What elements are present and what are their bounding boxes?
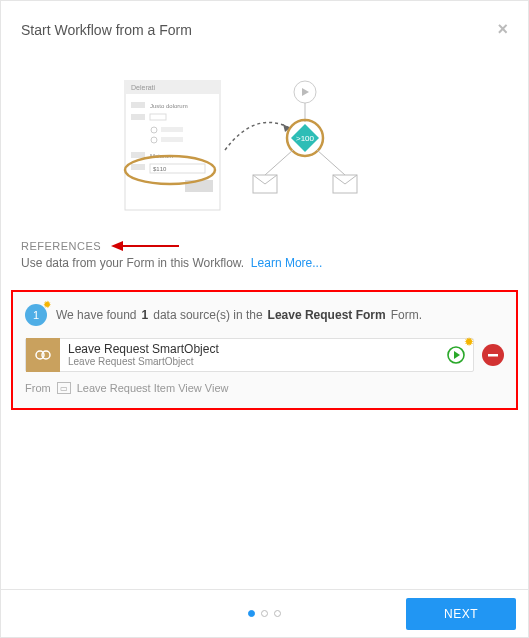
view-icon: ▭	[57, 382, 71, 394]
references-description: Use data from your Form in this Workflow…	[21, 256, 508, 270]
svg-rect-9	[161, 137, 183, 142]
svg-marker-29	[111, 241, 123, 251]
found-summary: 1 We have found 1 data source(s) in the …	[25, 304, 504, 326]
source-origin: From ▭ Leave Request Item View View	[25, 382, 504, 394]
next-button[interactable]: NEXT	[406, 598, 516, 630]
form-mock-title: Delerati	[131, 84, 156, 91]
svg-rect-4	[131, 114, 145, 120]
svg-rect-2	[131, 102, 145, 108]
wizard-footer: NEXT	[1, 589, 528, 637]
svg-rect-34	[488, 354, 498, 357]
pager-dot[interactable]	[248, 610, 255, 617]
references-heading: REFERENCES	[21, 240, 101, 252]
illustration: Delerati Justo dolorum Maiorum $110 >100	[1, 50, 528, 240]
svg-text:Justo dolorum: Justo dolorum	[150, 103, 188, 109]
new-indicator-icon: ✹	[464, 335, 474, 349]
source-name: Leave Request SmartObject	[68, 343, 437, 356]
svg-rect-10	[131, 152, 145, 158]
svg-point-31	[42, 351, 50, 359]
close-icon[interactable]: ×	[497, 19, 508, 40]
learn-more-link[interactable]: Learn More...	[251, 256, 322, 270]
svg-rect-7	[161, 127, 183, 132]
svg-text:$110: $110	[153, 166, 167, 172]
source-subtitle: Leave Request SmartObject	[68, 356, 437, 367]
svg-rect-12	[131, 164, 145, 170]
data-sources-panel: 1 We have found 1 data source(s) in the …	[11, 290, 518, 410]
pager-dot[interactable]	[261, 610, 268, 617]
annotation-arrow-icon	[111, 240, 181, 252]
step-badge: 1	[25, 304, 47, 326]
svg-line-24	[265, 150, 293, 175]
svg-line-25	[317, 150, 345, 175]
svg-text:>100: >100	[295, 134, 314, 143]
pager-dot[interactable]	[274, 610, 281, 617]
run-source-button[interactable]: ✹	[445, 344, 467, 366]
smartobject-icon	[26, 338, 60, 372]
step-pager	[248, 610, 281, 617]
remove-source-button[interactable]	[482, 344, 504, 366]
svg-marker-33	[454, 351, 460, 359]
data-source-item[interactable]: Leave Request SmartObject Leave Request …	[25, 338, 474, 372]
dialog-title: Start Workflow from a Form	[21, 22, 192, 38]
